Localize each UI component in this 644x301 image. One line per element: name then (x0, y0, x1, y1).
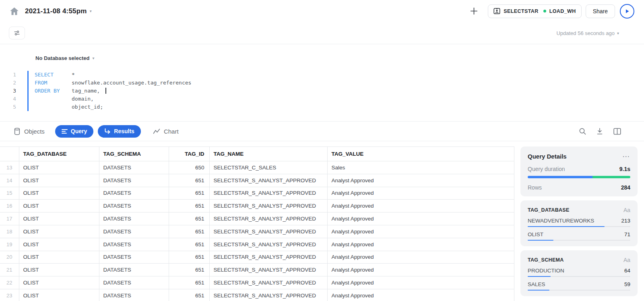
table-row[interactable]: 23 OLIST DATASETS 651 SELECTSTAR_S_ANALY… (0, 289, 514, 301)
cell-tag-schema[interactable]: DATASETS (99, 174, 169, 187)
facet-value-item[interactable]: NEWADVENTUREWORKS 213 (528, 218, 630, 227)
row-number[interactable]: 23 (0, 289, 19, 301)
cell-tag-database[interactable]: OLIST (19, 212, 99, 225)
code-line[interactable]: 2 FROM snowflake.account_usage.tag_refer… (0, 79, 644, 87)
cell-tag-id[interactable]: 651 (169, 238, 209, 251)
cell-tag-database[interactable]: OLIST (19, 238, 99, 251)
cell-tag-id[interactable]: 651 (169, 187, 209, 200)
cell-tag-id[interactable]: 651 (169, 200, 209, 212)
title-caret-icon[interactable]: ▾ (90, 9, 92, 13)
row-number[interactable]: 16 (0, 200, 19, 212)
table-row[interactable]: 21 OLIST DATASETS 651 SELECTSTAR_S_ANALY… (0, 264, 514, 276)
tab-chart[interactable]: Chart (153, 128, 179, 135)
code-line[interactable]: 4 domain, (0, 95, 644, 103)
search-results-button[interactable] (578, 127, 587, 136)
table-row[interactable]: 15 OLIST DATASETS 651 SELECTSTAR_S_ANALY… (0, 187, 514, 200)
cell-tag-name[interactable]: SELECTSTAR_S_ANALYST_APPROVED (209, 212, 327, 225)
column-header[interactable]: TAG_DATABASE (19, 147, 99, 161)
table-row[interactable]: 18 OLIST DATASETS 651 SELECTSTAR_S_ANALY… (0, 225, 514, 238)
cell-tag-schema[interactable]: DATASETS (99, 200, 169, 212)
cell-tag-name[interactable]: SELECTSTAR_S_ANALYST_APPROVED (209, 289, 327, 301)
facet-value-item[interactable]: SALES 59 (528, 281, 630, 291)
cell-tag-value[interactable]: Analyst Approved (327, 187, 514, 200)
column-header[interactable]: TAG_ID (169, 147, 209, 161)
cell-tag-value[interactable]: Analyst Approved (327, 276, 514, 289)
cell-tag-name[interactable]: SELECTSTAR_S_ANALYST_APPROVED (209, 238, 327, 251)
query-title[interactable]: 2021-11-08 4:55pm (25, 7, 87, 15)
column-header[interactable]: TAG_VALUE (327, 147, 514, 161)
cell-tag-value[interactable]: Analyst Approved (327, 289, 514, 301)
cell-tag-value[interactable]: Analyst Approved (327, 264, 514, 276)
table-row[interactable]: 17 OLIST DATASETS 651 SELECTSTAR_S_ANALY… (0, 212, 514, 225)
cell-tag-id[interactable]: 651 (169, 289, 209, 301)
cell-tag-schema[interactable]: DATASETS (99, 187, 169, 200)
cell-tag-name[interactable]: SELECTSTAR_S_ANALYST_APPROVED (209, 225, 327, 238)
cell-tag-id[interactable]: 651 (169, 264, 209, 276)
cell-tag-database[interactable]: OLIST (19, 264, 99, 276)
table-row[interactable]: 19 OLIST DATASETS 651 SELECTSTAR_S_ANALY… (0, 238, 514, 251)
cell-tag-value[interactable]: Analyst Approved (327, 174, 514, 187)
cell-tag-schema[interactable]: DATASETS (99, 225, 169, 238)
cell-tag-id[interactable]: 651 (169, 251, 209, 264)
row-number[interactable]: 20 (0, 251, 19, 264)
cell-tag-database[interactable]: OLIST (19, 225, 99, 238)
cell-tag-name[interactable]: SELECTSTAR_C_SALES (209, 161, 327, 174)
sql-editor[interactable]: No Database selected ▾ 1 SELECT * 2 FROM… (0, 44, 644, 122)
cell-tag-database[interactable]: OLIST (19, 251, 99, 264)
cell-tag-value[interactable]: Analyst Approved (327, 200, 514, 212)
share-button[interactable]: Share (586, 4, 615, 18)
cell-tag-id[interactable]: 651 (169, 276, 209, 289)
facet-value-item[interactable]: PRODUCTION 64 (528, 268, 630, 277)
tab-query[interactable]: Query (55, 125, 93, 138)
split-view-button[interactable] (613, 127, 621, 136)
code-line[interactable]: 3 ORDER BY tag_name, (0, 87, 644, 95)
cell-tag-schema[interactable]: DATASETS (99, 161, 169, 174)
cell-tag-schema[interactable]: DATASETS (99, 276, 169, 289)
row-number[interactable]: 13 (0, 161, 19, 174)
row-number[interactable]: 15 (0, 187, 19, 200)
cell-tag-schema[interactable]: DATASETS (99, 212, 169, 225)
table-row[interactable]: 14 OLIST DATASETS 651 SELECTSTAR_S_ANALY… (0, 174, 514, 187)
tab-results[interactable]: Results (98, 125, 141, 138)
cell-tag-name[interactable]: SELECTSTAR_S_ANALYST_APPROVED (209, 200, 327, 212)
cell-tag-value[interactable]: Analyst Approved (327, 225, 514, 238)
cell-tag-id[interactable]: 651 (169, 174, 209, 187)
run-query-button[interactable] (620, 4, 634, 19)
table-row[interactable]: 16 OLIST DATASETS 651 SELECTSTAR_S_ANALY… (0, 200, 514, 212)
table-row[interactable]: 20 OLIST DATASETS 651 SELECTSTAR_S_ANALY… (0, 251, 514, 264)
row-number[interactable]: 18 (0, 225, 19, 238)
cell-tag-schema[interactable]: DATASETS (99, 264, 169, 276)
cell-tag-database[interactable]: OLIST (19, 289, 99, 301)
download-results-button[interactable] (595, 127, 604, 136)
cell-tag-database[interactable]: OLIST (19, 187, 99, 200)
cell-tag-id[interactable]: 651 (169, 212, 209, 225)
cell-tag-name[interactable]: SELECTSTAR_S_ANALYST_APPROVED (209, 276, 327, 289)
query-details-menu-icon[interactable]: ⋯ (622, 155, 630, 159)
cell-tag-id[interactable]: 651 (169, 225, 209, 238)
cell-tag-value[interactable]: Analyst Approved (327, 238, 514, 251)
code-block[interactable]: 1 SELECT * 2 FROM snowflake.account_usag… (0, 71, 644, 111)
column-header[interactable]: TAG_SCHEMA (99, 147, 169, 161)
row-number[interactable]: 17 (0, 212, 19, 225)
code-line[interactable]: 1 SELECT * (0, 71, 644, 79)
column-header[interactable]: TAG_NAME (209, 147, 327, 161)
cell-tag-schema[interactable]: DATASETS (99, 251, 169, 264)
connection-button[interactable]: SELECTSTAR LOAD_WH (488, 4, 581, 18)
cell-tag-id[interactable]: 650 (169, 161, 209, 174)
row-number[interactable]: 21 (0, 264, 19, 276)
cell-tag-name[interactable]: SELECTSTAR_S_ANALYST_APPROVED (209, 251, 327, 264)
cell-tag-name[interactable]: SELECTSTAR_S_ANALYST_APPROVED (209, 174, 327, 187)
table-row[interactable]: 22 OLIST DATASETS 651 SELECTSTAR_S_ANALY… (0, 276, 514, 289)
tab-objects[interactable]: Objects (14, 128, 45, 135)
cell-tag-schema[interactable]: DATASETS (99, 238, 169, 251)
row-number[interactable]: 19 (0, 238, 19, 251)
facet-value-item[interactable]: OLIST 71 (528, 231, 630, 241)
row-number[interactable]: 14 (0, 174, 19, 187)
cell-tag-name[interactable]: SELECTSTAR_S_ANALYST_APPROVED (209, 187, 327, 200)
code-line[interactable]: 5 object_id; (0, 103, 644, 111)
query-variables-button[interactable] (9, 27, 25, 39)
new-query-button[interactable] (469, 6, 479, 16)
cell-tag-value[interactable]: Sales (327, 161, 514, 174)
cell-tag-database[interactable]: OLIST (19, 276, 99, 289)
cell-tag-database[interactable]: OLIST (19, 200, 99, 212)
